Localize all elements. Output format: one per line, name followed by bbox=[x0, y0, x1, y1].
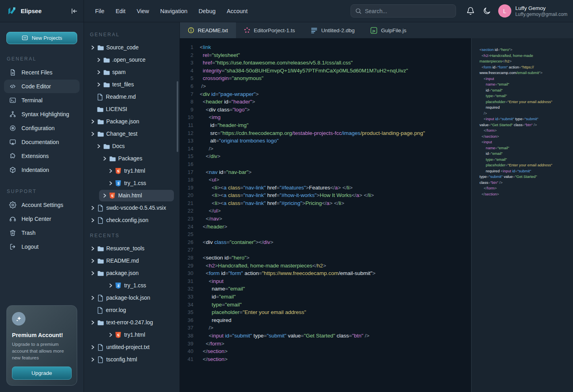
notifications-bell-icon[interactable] bbox=[466, 7, 475, 15]
tree-item-readme-md[interactable]: Readme.md bbox=[84, 91, 179, 103]
tree-item-check-config-json[interactable]: check.config.json bbox=[84, 214, 179, 226]
chevron-right-icon[interactable] bbox=[91, 119, 97, 124]
sidebar-item-extensions[interactable]: Extensions bbox=[4, 149, 80, 163]
chevron-right-icon[interactable] bbox=[109, 283, 115, 288]
sidebar-item-logout[interactable]: Logout bbox=[4, 240, 80, 254]
sidebar-item-syntax-highlighting[interactable]: Syntax Highlighting bbox=[4, 107, 80, 121]
sidebar-item-recent-files[interactable]: Recent Files bbox=[4, 66, 80, 79]
sidebar-item-code-editor[interactable]: Code Editor bbox=[4, 80, 80, 93]
dark-mode-moon-icon[interactable] bbox=[483, 7, 491, 15]
tab-gulpfile-js[interactable]: jsGulpFile.js bbox=[363, 22, 414, 38]
chevron-right-icon[interactable] bbox=[97, 70, 103, 74]
upgrade-button[interactable]: Upgrade bbox=[12, 367, 72, 380]
code-line-content: <header id="header"> bbox=[200, 98, 255, 106]
menu-item-navigation[interactable]: Navigation bbox=[160, 8, 188, 14]
sidebar-item-terminal[interactable]: Terminal bbox=[4, 94, 80, 107]
file-icon bbox=[97, 205, 105, 212]
code-line: 22 </ul> bbox=[180, 207, 471, 215]
tab-untlited-2-dbg[interactable]: Untlited-2.dbg bbox=[303, 22, 363, 38]
line-number: 40 bbox=[180, 347, 193, 355]
tree-item-resuorce-tools[interactable]: Resuorce_tools bbox=[84, 242, 179, 255]
sidebar-item-trash[interactable]: Trash bbox=[4, 226, 80, 240]
search-box[interactable] bbox=[351, 4, 456, 18]
chevron-right-icon[interactable] bbox=[91, 296, 97, 300]
tree-item-package-lock-json[interactable]: package-lock.json bbox=[84, 292, 179, 304]
sidebar-item-help-center[interactable]: Help Center bbox=[4, 212, 80, 226]
chevron-right-icon[interactable] bbox=[109, 333, 115, 337]
tree-item-package-json[interactable]: package.json bbox=[84, 267, 179, 279]
sidebar-item-documentation[interactable]: Documentation bbox=[4, 135, 80, 149]
chevron-right-icon[interactable] bbox=[91, 357, 97, 362]
sidebar-item-account-settings[interactable]: Account Settings bbox=[4, 198, 80, 212]
tree-item-test-files[interactable]: test_files bbox=[84, 78, 179, 91]
menu-item-debug[interactable]: Debug bbox=[199, 8, 216, 14]
tree-item-swdc-vscode-0-5-45-vsix[interactable]: swdc-vscode-0.5.45.vsix bbox=[84, 202, 179, 214]
tree-item-licensi[interactable]: LICENSI bbox=[84, 103, 179, 115]
tree-item-try1-html[interactable]: 5try1.html bbox=[84, 165, 179, 177]
collapse-sidebar-icon[interactable] bbox=[70, 7, 78, 15]
tree-item-try1-html[interactable]: 5try1.html bbox=[84, 329, 179, 341]
tree-item-spam[interactable]: spam bbox=[84, 66, 179, 78]
code-editor-pane[interactable]: 1<link2 rel="stylesheet"3 href="https://… bbox=[180, 38, 471, 392]
tree-item-text-error-0-247-log[interactable]: text-error-0.247.log bbox=[84, 316, 179, 329]
chevron-right-icon[interactable] bbox=[97, 144, 103, 148]
minimap-line: <input bbox=[479, 76, 573, 82]
new-projects-button[interactable]: New Projects bbox=[6, 32, 77, 44]
menu-item-file[interactable]: File bbox=[95, 8, 104, 14]
chevron-right-icon[interactable] bbox=[91, 259, 97, 263]
tab-editorporject-1-ts[interactable]: EditorPorject-1.ts bbox=[236, 22, 303, 38]
tree-item-source-code[interactable]: Source_code bbox=[84, 41, 179, 54]
chevron-right-icon[interactable] bbox=[103, 156, 109, 161]
tree-item-tsconfig-html[interactable]: tsconfig.html bbox=[84, 353, 179, 366]
line-number: 5 bbox=[180, 74, 193, 82]
line-number: 1 bbox=[180, 43, 193, 51]
sidebar-item-label: Syntax Highlighting bbox=[21, 111, 69, 117]
tree-item-main-html[interactable]: 5Main.html bbox=[84, 189, 179, 202]
menu-item-edit[interactable]: Edit bbox=[115, 8, 125, 14]
chevron-right-icon[interactable] bbox=[91, 246, 97, 251]
menu-item-view[interactable]: View bbox=[136, 8, 149, 14]
chevron-right-icon[interactable] bbox=[97, 82, 103, 87]
search-input[interactable] bbox=[365, 8, 444, 14]
chevron-right-icon[interactable] bbox=[91, 320, 97, 325]
chevron-right-icon[interactable] bbox=[91, 206, 97, 210]
chevron-right-icon[interactable] bbox=[91, 271, 97, 275]
menu-item-account[interactable]: Account bbox=[227, 8, 248, 14]
tree-item-packages[interactable]: Packages bbox=[84, 152, 179, 165]
tree-item-change-test[interactable]: Change_test bbox=[84, 128, 179, 140]
line-number: 34 bbox=[180, 301, 193, 309]
tree-item-try-1-css[interactable]: 3try_1.css bbox=[84, 177, 179, 189]
file-explorer-scrollbar[interactable] bbox=[177, 81, 178, 152]
tree-item-open-source[interactable]: .open_source bbox=[84, 54, 179, 66]
code-line-content: </nav> bbox=[200, 215, 222, 223]
minimap-line: /> bbox=[479, 111, 573, 117]
sidebar-item-indentation[interactable]: Indentation bbox=[4, 163, 80, 177]
minimap[interactable]: <section id="hero"> <h2>Handcrafted, hom… bbox=[471, 38, 573, 392]
user-account-chip[interactable]: L Luffy Gemoy Luffy.gemoy@gmail.com bbox=[498, 4, 567, 18]
tree-item-package-json[interactable]: Package.json bbox=[84, 115, 179, 128]
chevron-right-icon[interactable] bbox=[109, 181, 115, 185]
sidebar-item-configuration[interactable]: Configuration bbox=[4, 121, 80, 135]
chevron-right-icon[interactable] bbox=[109, 169, 115, 173]
tree-item-label: check.config.json bbox=[106, 217, 148, 223]
tab-readme-txt[interactable]: README.txt bbox=[180, 22, 236, 38]
line-number: 15 bbox=[180, 152, 193, 160]
tree-item-readme-md[interactable]: README.md bbox=[84, 255, 179, 267]
tree-item-try-1-css[interactable]: 3try_1.css bbox=[84, 279, 179, 292]
chevron-right-icon[interactable] bbox=[91, 45, 97, 50]
chevron-right-icon[interactable] bbox=[97, 58, 103, 62]
chevron-right-icon[interactable] bbox=[91, 218, 97, 222]
tree-item-error-log[interactable]: error.log bbox=[84, 304, 179, 316]
tree-item-untlited-project-txt[interactable]: untlited-project.txt bbox=[84, 341, 179, 353]
folder-icon bbox=[97, 258, 105, 264]
code-line-content: <input bbox=[200, 277, 224, 285]
tree-item-label: tsconfig.html bbox=[106, 357, 137, 363]
chevron-right-icon[interactable] bbox=[91, 345, 97, 349]
chevron-right-icon[interactable] bbox=[91, 132, 97, 136]
chevron-right-icon[interactable] bbox=[103, 193, 109, 198]
syntax-highlighting-icon bbox=[9, 111, 16, 118]
sidebar-item-label: Help Center bbox=[21, 216, 51, 222]
sidebar-item-label: Configuration bbox=[21, 125, 55, 131]
tree-item-docs[interactable]: Docs bbox=[84, 140, 179, 152]
code-line: 28 <section id="hero"> bbox=[180, 254, 471, 262]
